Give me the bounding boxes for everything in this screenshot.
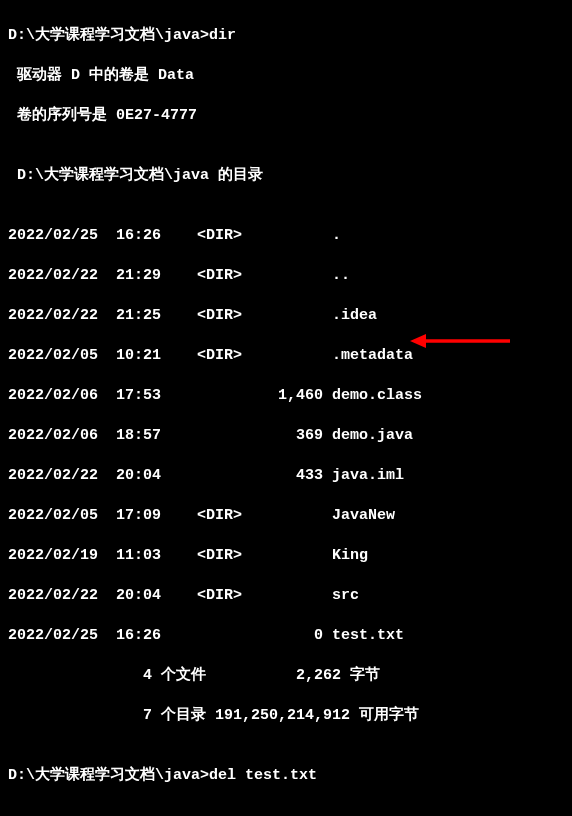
dir-row: 2022/02/22 21:25 <DIR> .idea (8, 306, 564, 326)
dir-row: 2022/02/05 17:09 <DIR> JavaNew (8, 506, 564, 526)
dir-row: 2022/02/22 20:04 433 java.iml (8, 466, 564, 486)
summary-dirs: 7 个目录 191,250,214,912 可用字节 (8, 706, 564, 726)
prompt-line: D:\大学课程学习文档\java>dir (8, 26, 564, 46)
dir-row: 2022/02/19 11:03 <DIR> King (8, 546, 564, 566)
dir-row-test-txt: 2022/02/25 16:26 0 test.txt (8, 626, 564, 646)
terminal-output: D:\大学课程学习文档\java>dir 驱动器 D 中的卷是 Data 卷的序… (0, 0, 572, 816)
dir-row: 2022/02/22 20:04 <DIR> src (8, 586, 564, 606)
dir-row: 2022/02/06 17:53 1,460 demo.class (8, 386, 564, 406)
prompt-path: D:\大学课程学习文档\java (8, 27, 200, 44)
volume-line: 驱动器 D 中的卷是 Data (8, 66, 564, 86)
summary-files: 4 个文件 2,262 字节 (8, 666, 564, 686)
command-text: del test.txt (209, 767, 317, 784)
serial-line: 卷的序列号是 0E27-4777 (8, 106, 564, 126)
command-text: dir (209, 27, 236, 44)
prompt-path: D:\大学课程学习文档\java (8, 767, 200, 784)
prompt-line: D:\大学课程学习文档\java>del test.txt (8, 766, 564, 786)
dir-row: 2022/02/06 18:57 369 demo.java (8, 426, 564, 446)
dir-of-line: D:\大学课程学习文档\java 的目录 (8, 166, 564, 186)
dir-row: 2022/02/25 16:26 <DIR> . (8, 226, 564, 246)
dir-row: 2022/02/22 21:29 <DIR> .. (8, 266, 564, 286)
dir-row: 2022/02/05 10:21 <DIR> .metadata (8, 346, 564, 366)
